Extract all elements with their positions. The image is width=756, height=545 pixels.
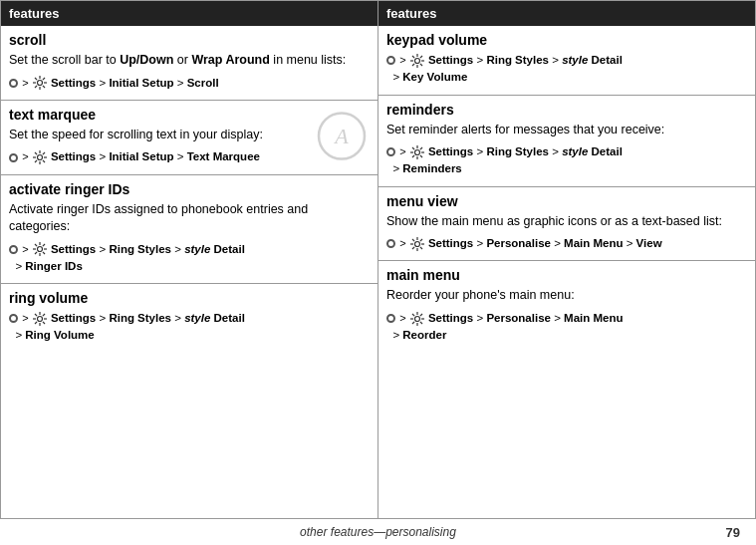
main-content: features scroll Set the scroll bar to Up… [0,0,756,519]
footer: other features—personalising 79 [0,519,756,545]
svg-line-45 [420,56,422,58]
svg-line-46 [412,64,414,66]
footer-text: other features—personalising [300,525,456,539]
svg-line-14 [35,152,37,154]
svg-point-20 [37,247,42,252]
svg-point-38 [414,58,419,63]
svg-line-55 [412,155,414,157]
dot-icon-5 [386,56,395,65]
svg-point-29 [37,316,42,321]
svg-line-7 [43,78,45,80]
ringer-ids-path: > Set [9,241,370,276]
menu-view-cell: menu view Show the main menu as graphic … [378,187,755,262]
reminders-path: > Set [386,143,747,178]
settings-icon-6 [409,145,425,159]
scroll-desc: Set the scroll bar to Up/Down or Wrap Ar… [9,52,370,70]
svg-line-27 [43,244,45,246]
svg-line-44 [420,64,422,66]
keypad-volume-title: keypad volume [386,32,747,48]
svg-line-43 [412,56,414,58]
scroll-title: scroll [9,32,370,48]
menu-view-desc: Show the main menu as graphic icons or a… [386,213,747,231]
settings-icon [32,76,48,90]
svg-line-36 [43,314,45,316]
col2-header-label: features [386,6,437,21]
svg-line-34 [35,314,37,316]
settings-icon-5 [409,54,425,68]
svg-line-53 [420,155,422,157]
menu-view-path: > Set [386,235,747,252]
ringer-ids-title: activate ringer IDs [9,181,370,197]
page-wrapper: features scroll Set the scroll bar to Up… [0,0,756,545]
svg-text:A: A [333,123,349,147]
dot-icon-2 [9,153,18,162]
svg-line-54 [420,147,422,149]
footer-page: 79 [726,525,740,540]
svg-line-35 [43,322,45,324]
reminders-desc: Set reminder alerts for messages that yo… [386,122,747,139]
menu-view-title: menu view [386,193,747,209]
dot-icon-6 [386,147,395,156]
keypad-volume-path: > Set [386,52,747,87]
ringer-ids-cell: activate ringer IDs Activate ringer IDs … [1,175,378,285]
left-column: features scroll Set the scroll bar to Up… [1,1,378,518]
svg-line-15 [43,160,45,162]
svg-point-65 [414,316,419,321]
scroll-cell: scroll Set the scroll bar to Up/Down or … [1,26,378,101]
dot-icon-3 [9,245,18,254]
svg-line-16 [43,152,45,154]
scroll-path: > Set [9,75,370,92]
svg-line-6 [43,86,45,88]
svg-line-8 [35,86,37,88]
reminders-cell: reminders Set reminder alerts for messag… [378,96,755,187]
svg-point-47 [414,149,419,154]
settings-icon-8 [409,312,425,326]
svg-line-70 [412,314,414,316]
settings-icon-4 [32,312,48,326]
reminders-title: reminders [386,102,747,118]
svg-line-5 [35,78,37,80]
main-menu-cell: main menu Reorder your phone's main menu… [378,261,755,352]
svg-line-73 [412,322,414,324]
settings-icon-7 [409,237,425,251]
svg-line-37 [35,322,37,324]
ring-volume-cell: ring volume > [1,284,378,353]
keypad-volume-cell: keypad volume > [378,26,755,96]
svg-point-9 [37,155,42,160]
svg-line-71 [420,322,422,324]
col1-header: features [1,1,378,26]
svg-line-61 [412,239,414,241]
svg-line-63 [420,239,422,241]
svg-line-64 [412,247,414,249]
dot-icon-8 [386,314,395,323]
draft-watermark: A [316,110,368,164]
svg-line-62 [420,247,422,249]
dot-icon-7 [386,239,395,248]
main-menu-title: main menu [386,267,747,283]
dot-icon-4 [9,314,18,323]
main-menu-path: > Set [386,310,747,345]
svg-line-52 [412,147,414,149]
svg-point-56 [414,241,419,246]
col2-header: features [378,1,755,26]
svg-line-72 [420,314,422,316]
svg-line-28 [35,252,37,254]
ring-volume-path: > Set [9,310,370,345]
settings-icon-3 [32,242,48,256]
col1-header-label: features [9,6,60,21]
svg-line-26 [43,252,45,254]
ringer-ids-desc: Activate ringer IDs assigned to phoneboo… [9,201,370,236]
dot-icon [9,79,18,88]
main-menu-desc: Reorder your phone's main menu: [386,287,747,305]
svg-line-17 [35,160,37,162]
settings-icon-2 [32,150,48,164]
ring-volume-title: ring volume [9,290,370,306]
right-column: features keypad volume > [378,1,755,518]
svg-line-25 [35,244,37,246]
text-marquee-cell: text marquee Set the speed for scrolling… [1,101,378,175]
svg-point-0 [37,81,42,86]
